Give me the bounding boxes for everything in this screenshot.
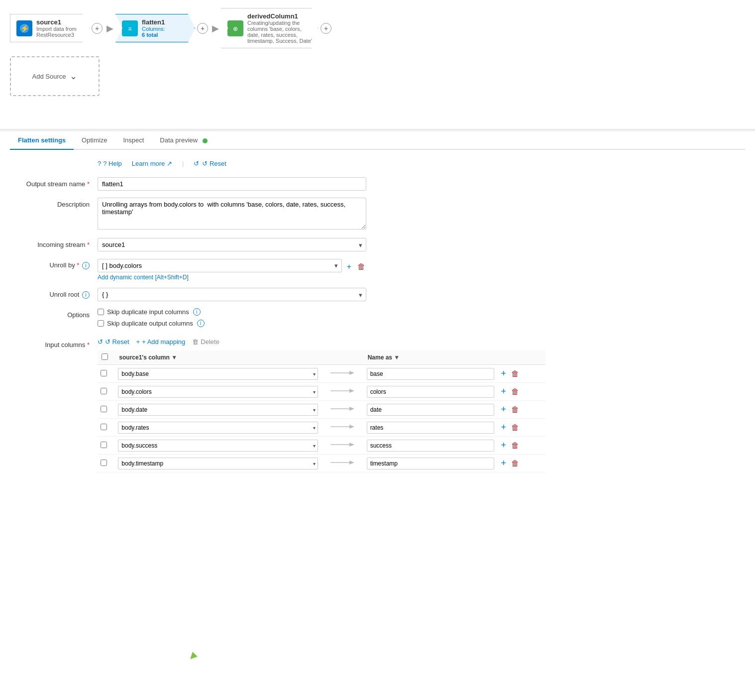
row-add-btn-0[interactable]: + xyxy=(500,367,508,380)
skip-duplicate-input-label: Skip duplicate input columns xyxy=(107,308,189,316)
svg-marker-11 xyxy=(349,407,354,411)
row-name-input-1[interactable] xyxy=(367,386,494,398)
row-source-select-4[interactable]: body.success xyxy=(118,440,318,452)
name-filter-icon[interactable]: ▼ xyxy=(394,354,400,361)
unroll-by-info-icon[interactable]: i xyxy=(82,262,90,269)
tab-data-preview[interactable]: Data preview xyxy=(152,131,216,150)
output-stream-name-input[interactable] xyxy=(98,177,366,191)
add-dynamic-content-link[interactable]: Add dynamic content [Alt+Shift+D] xyxy=(98,274,366,281)
row-name-input-2[interactable] xyxy=(367,404,494,416)
node-flatten1[interactable]: ≡ flatten1 Columns:6 total xyxy=(115,14,195,42)
skip-duplicate-output-label: Skip duplicate output columns xyxy=(107,320,193,327)
row-delete-btn-0[interactable]: 🗑 xyxy=(510,368,520,379)
row-add-btn-5[interactable]: + xyxy=(500,457,508,469)
svg-marker-15 xyxy=(349,443,354,447)
unroll-root-info-icon[interactable]: i xyxy=(82,291,90,299)
add-after-flatten1-btn[interactable]: + xyxy=(197,23,208,34)
node-derived1-subtitle: Creating/updating the columns 'base, col… xyxy=(247,20,312,44)
delete-icon: 🗑 xyxy=(192,338,199,346)
row-source-select-3[interactable]: body.rates xyxy=(118,422,318,434)
row-source-select-5[interactable]: body.timestamp xyxy=(118,458,318,469)
row-delete-btn-3[interactable]: 🗑 xyxy=(510,422,520,433)
unroll-add-btn[interactable]: + xyxy=(346,261,352,272)
incoming-stream-select[interactable]: source1 xyxy=(98,238,366,251)
row-checkbox-0[interactable] xyxy=(101,370,107,376)
row-checkbox-3[interactable] xyxy=(101,424,107,430)
skip-duplicate-input-checkbox[interactable] xyxy=(98,309,104,315)
row-name-input-3[interactable] xyxy=(367,422,494,434)
add-source-box[interactable]: Add Source ⌄ xyxy=(10,56,100,96)
flatten-icon: ≡ xyxy=(122,20,138,36)
required-marker: * xyxy=(87,180,90,188)
description-textarea[interactable]: Unrolling arrays from body.colors to wit… xyxy=(98,198,366,230)
row-delete-btn-2[interactable]: 🗑 xyxy=(510,404,520,415)
svg-text:≡: ≡ xyxy=(128,25,131,32)
th-select-all xyxy=(98,350,115,365)
reset-mapping-icon: ↺ xyxy=(98,338,103,346)
row-checkbox-4[interactable] xyxy=(101,442,107,448)
reset-mapping-btn[interactable]: ↺ ↺ Reset xyxy=(98,338,129,346)
svg-text:⊕: ⊕ xyxy=(233,25,238,32)
description-row: Description Unrolling arrays from body.c… xyxy=(10,198,745,231)
row-source-select-0[interactable]: body.base xyxy=(118,368,318,380)
input-columns-row: Input columns * ↺ ↺ Reset + + Add mappin… xyxy=(10,338,745,472)
skip-duplicate-output-checkbox[interactable] xyxy=(98,320,104,327)
row-checkbox-1[interactable] xyxy=(101,388,107,394)
settings-panel: Flatten settings Optimize Inspect Data p… xyxy=(0,131,755,489)
skip-input-info-icon[interactable]: i xyxy=(193,308,201,316)
row-name-input-0[interactable] xyxy=(367,368,494,380)
select-all-checkbox[interactable] xyxy=(102,353,108,360)
th-name-as: Name as ▼ xyxy=(364,350,497,365)
unroll-by-select[interactable]: [ ] body.colors xyxy=(98,259,342,272)
row-add-btn-3[interactable]: + xyxy=(500,421,508,434)
svg-marker-7 xyxy=(349,371,354,375)
unroll-delete-btn[interactable]: 🗑 xyxy=(356,261,366,272)
pipeline-node-derived1: ⊕ derivedColumn1 Creating/updating the c… xyxy=(221,8,333,48)
svg-text:⚡: ⚡ xyxy=(20,24,29,33)
options-label: Options xyxy=(10,308,90,319)
row-delete-btn-5[interactable]: 🗑 xyxy=(510,458,520,469)
table-row: body.date + 🗑 xyxy=(98,401,545,419)
row-arrow-4 xyxy=(321,437,363,455)
tab-flatten-settings[interactable]: Flatten settings xyxy=(10,131,74,150)
row-delete-btn-4[interactable]: 🗑 xyxy=(510,440,520,451)
row-add-btn-2[interactable]: + xyxy=(500,403,508,416)
unroll-by-label: Unroll by * i xyxy=(10,258,90,269)
help-link[interactable]: ? ? Help xyxy=(98,160,122,167)
node-derived1[interactable]: ⊕ derivedColumn1 Creating/updating the c… xyxy=(221,8,319,48)
source-filter-icon[interactable]: ▼ xyxy=(171,354,177,361)
reset-button[interactable]: ↺ ↺ Reset xyxy=(194,160,226,167)
row-name-input-4[interactable] xyxy=(367,440,494,452)
row-add-btn-4[interactable]: + xyxy=(500,439,508,452)
source-icon: ⚡ xyxy=(16,20,32,36)
row-name-input-5[interactable] xyxy=(367,458,494,469)
row-add-btn-1[interactable]: + xyxy=(500,385,508,398)
output-stream-name-row: Output stream name * xyxy=(10,177,745,191)
node-source1[interactable]: ⚡ source1 Import data fromRestResource3 xyxy=(10,14,90,42)
add-after-source1-btn[interactable]: + xyxy=(92,23,103,34)
row-checkbox-2[interactable] xyxy=(101,406,107,412)
add-mapping-btn[interactable]: + + Add mapping xyxy=(136,338,186,346)
row-source-select-2[interactable]: body.date xyxy=(118,404,318,416)
row-arrow-2 xyxy=(321,401,363,419)
options-row: Options Skip duplicate input columns i S… xyxy=(10,308,745,331)
row-source-select-1[interactable]: body.colors xyxy=(118,386,318,398)
add-mapping-icon: + xyxy=(136,338,140,346)
reset-icon: ↺ xyxy=(194,160,199,167)
add-after-derived1-btn[interactable]: + xyxy=(321,23,331,34)
tab-inspect[interactable]: Inspect xyxy=(115,131,152,150)
node-source1-title: source1 xyxy=(36,18,77,26)
delete-mapping-btn[interactable]: 🗑 Delete xyxy=(192,338,219,346)
row-checkbox-5[interactable] xyxy=(101,460,107,466)
node-flatten1-subtitle: Columns:6 total xyxy=(142,26,165,38)
tab-optimize[interactable]: Optimize xyxy=(74,131,115,150)
table-row: body.success + 🗑 xyxy=(98,437,545,455)
learn-more-link[interactable]: Learn more ↗ xyxy=(132,160,172,167)
add-source-label: Add Source xyxy=(32,73,66,80)
skip-output-info-icon[interactable]: i xyxy=(197,320,205,327)
svg-marker-9 xyxy=(349,389,354,393)
unroll-root-select[interactable]: { } xyxy=(98,288,366,301)
pipeline-node-flatten1: ≡ flatten1 Columns:6 total + xyxy=(115,14,210,42)
row-delete-btn-1[interactable]: 🗑 xyxy=(510,386,520,397)
table-row: body.colors + 🗑 xyxy=(98,383,545,401)
